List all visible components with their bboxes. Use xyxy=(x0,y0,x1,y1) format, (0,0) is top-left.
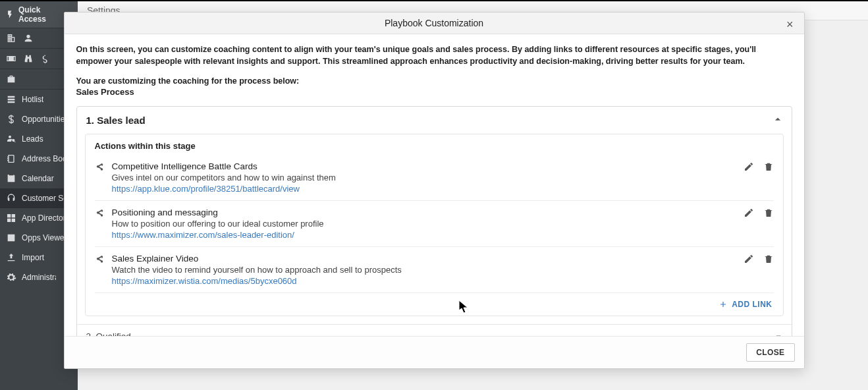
action-title: Positioning and messaging xyxy=(112,208,736,217)
modal-body: On this screen, you can customize coachi… xyxy=(65,34,804,336)
action-item: Positioning and messaging How to positio… xyxy=(95,201,774,247)
actions-header: Actions within this stage xyxy=(95,141,774,151)
action-item: Sales Explainer Video Watch the video to… xyxy=(95,247,774,293)
stage-header[interactable]: 1. Sales lead xyxy=(77,107,792,134)
delete-icon[interactable] xyxy=(763,161,774,172)
add-link-label: ADD LINK xyxy=(732,300,772,309)
action-main: Sales Explainer Video Watch the video to… xyxy=(112,254,736,286)
action-link[interactable]: https://www.maximizer.com/sales-leader-e… xyxy=(112,230,736,240)
stage-body: Actions within this stage Competitive In… xyxy=(77,134,792,324)
action-title: Competitive Intelligence Battle Cards xyxy=(112,161,736,171)
action-desc: Gives intel on our competitors and how t… xyxy=(112,173,736,182)
process-name: Sales Process xyxy=(76,87,792,97)
edit-icon[interactable] xyxy=(744,254,754,264)
add-link-row: ADD LINK xyxy=(95,293,774,312)
edit-icon[interactable] xyxy=(744,208,754,218)
action-buttons xyxy=(744,208,774,218)
action-link[interactable]: https://app.klue.com/profile/38251/battl… xyxy=(112,184,736,194)
action-title: Sales Explainer Video xyxy=(112,254,736,264)
edit-icon[interactable] xyxy=(744,161,754,172)
share-icon xyxy=(95,254,104,266)
modal-title: Playbook Customization xyxy=(385,18,483,28)
share-icon xyxy=(95,208,104,220)
modal-header: Playbook Customization × xyxy=(65,13,804,34)
stage-title: 1. Sales lead xyxy=(86,115,773,126)
stage-title: 2. Qualified xyxy=(86,331,774,336)
action-link[interactable]: https://maximizer.wistia.com/medias/5byc… xyxy=(112,276,736,286)
modal-footer: CLOSE xyxy=(65,336,804,368)
share-icon xyxy=(95,161,104,174)
chevron-up-icon xyxy=(773,115,782,126)
action-desc: Watch the video to remind yourself on ho… xyxy=(112,265,736,275)
close-button[interactable]: CLOSE xyxy=(746,343,794,362)
plus-icon xyxy=(719,300,728,309)
action-buttons xyxy=(744,254,774,264)
actions-box: Actions within this stage Competitive In… xyxy=(85,134,784,316)
action-main: Positioning and messaging How to positio… xyxy=(112,208,736,240)
modal-customizing-label: You are customizing the coaching for the… xyxy=(76,76,792,86)
action-main: Competitive Intelligence Battle Cards Gi… xyxy=(112,161,736,194)
stage-collapsed[interactable]: 2. Qualified xyxy=(77,324,792,336)
action-desc: How to position our offering to our idea… xyxy=(112,219,736,229)
modal-intro: On this screen, you can customize coachi… xyxy=(76,43,792,67)
add-link-button[interactable]: ADD LINK xyxy=(719,300,772,309)
action-item: Competitive Intelligence Battle Cards Gi… xyxy=(95,155,774,201)
action-buttons xyxy=(744,161,774,172)
modal-overlay: Playbook Customization × On this screen,… xyxy=(0,0,868,390)
playbook-modal: Playbook Customization × On this screen,… xyxy=(64,12,805,369)
close-icon[interactable]: × xyxy=(782,16,798,33)
delete-icon[interactable] xyxy=(763,208,774,218)
delete-icon[interactable] xyxy=(763,254,774,264)
stage-card-open: 1. Sales lead Actions within this stage xyxy=(76,106,792,336)
